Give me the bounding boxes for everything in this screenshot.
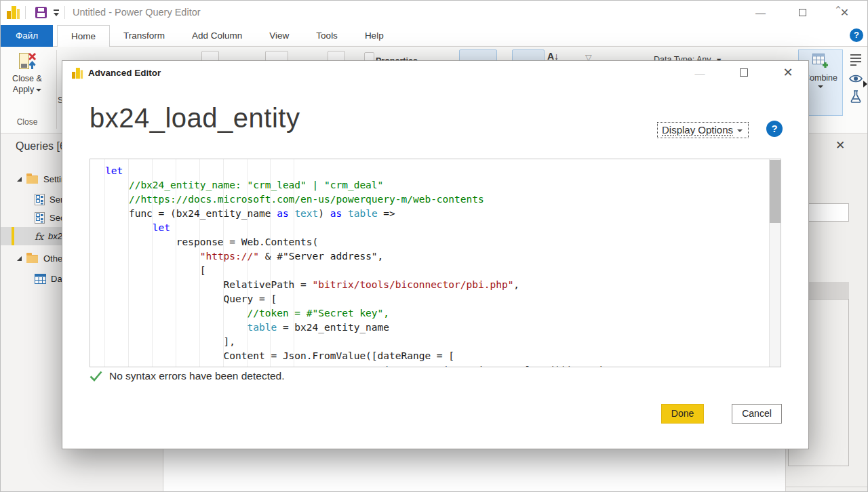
tab-view[interactable]: View (256, 25, 302, 47)
code-line: //https://docs.microsoft.com/en-us/power… (105, 192, 768, 207)
tree-expanded-icon (17, 256, 22, 261)
tab-transform[interactable]: Transform (110, 25, 178, 47)
chevron-down-icon (737, 129, 743, 132)
syntax-status: No syntax errors have been detected. (90, 370, 284, 382)
queries-pane-title: Queries [6] (16, 140, 68, 152)
ribbon-tabs: ФайлHomeTransformAdd ColumnViewToolsHelp (1, 25, 868, 47)
tab-home[interactable]: Home (57, 25, 110, 47)
dialog-minimize-button[interactable]: — (685, 62, 715, 83)
code-line: ], (105, 335, 768, 349)
code-line: let (105, 221, 768, 235)
code-line: "https://" & #"Server address", (105, 249, 768, 264)
tab-help[interactable]: Help (351, 25, 397, 47)
code-editor-scrollbar[interactable] (769, 159, 781, 367)
save-icon[interactable] (35, 7, 47, 18)
query-icon (35, 212, 45, 224)
maximize-button[interactable] (787, 1, 818, 24)
cancel-button[interactable]: Cancel (732, 404, 782, 424)
tab-add-column[interactable]: Add Column (178, 25, 256, 47)
syntax-status-text: No syntax errors have been detected. (109, 370, 284, 382)
close-apply-icon (18, 52, 37, 70)
code-editor-content[interactable]: let //bx24_entity_name: "crm_lead" | "cr… (90, 159, 768, 367)
divider (64, 6, 65, 19)
code-line: startDate = Date.ToText(Date.From(DateTi… (105, 363, 768, 367)
code-line: [ (105, 264, 768, 278)
divider (786, 487, 868, 487)
table-icon (35, 274, 46, 284)
code-line: Query = [ (105, 292, 768, 306)
code-line: //token = #"Secret key", (105, 306, 768, 321)
code-line: let (105, 164, 768, 178)
code-line: table = bx24_entity_name (105, 321, 768, 335)
advanced-editor-dialog: Advanced Editor — ✕ bx24_load_entity Dis… (62, 60, 809, 449)
tab-файл[interactable]: Файл (1, 25, 53, 47)
dialog-title-bar: Advanced Editor — ✕ (62, 61, 808, 85)
code-line: Content = Json.FromValue([dateRange = [ (105, 349, 768, 363)
query-settings-close-icon[interactable]: ✕ (833, 139, 847, 152)
scrollbar-thumb[interactable] (770, 160, 781, 223)
close-apply-label-2: Apply (13, 85, 34, 94)
code-line: RelativePath = "bitrix/tools/biconnector… (105, 278, 768, 292)
window-title: Untitled - Power Query Editor (73, 7, 201, 18)
divider (56, 50, 57, 129)
power-bi-logo-icon (7, 6, 20, 19)
dialog-help-icon[interactable]: ? (766, 121, 783, 137)
title-bar: Untitled - Power Query Editor — ✕ (1, 1, 868, 25)
dialog-maximize-button[interactable] (729, 62, 759, 83)
display-options-label: Display Options (662, 124, 733, 136)
collapse-ribbon-icon[interactable]: ⌃ (831, 4, 846, 19)
tab-tools[interactable]: Tools (302, 25, 351, 47)
close-and-apply-button[interactable]: Close & Apply (5, 49, 50, 116)
close-apply-label-1: Close & (5, 73, 50, 84)
done-button[interactable]: Done (661, 404, 704, 424)
minimize-button[interactable]: — (745, 1, 776, 24)
power-query-editor-window: Untitled - Power Query Editor — ✕ ФайлHo… (0, 0, 868, 492)
code-editor[interactable]: let //bx24_entity_name: "crm_lead" | "cr… (90, 159, 781, 367)
help-icon[interactable]: ? (850, 28, 863, 42)
folder-icon (26, 176, 38, 184)
dialog-close-button[interactable]: ✕ (773, 62, 803, 83)
flask-icon[interactable] (848, 89, 863, 104)
expand-pane-arrow-icon[interactable] (863, 81, 867, 87)
function-icon: fx (35, 231, 43, 242)
power-bi-logo-icon (72, 68, 83, 79)
tree-expanded-icon (17, 177, 22, 182)
folder-icon (26, 255, 38, 263)
formula-bar-icon[interactable] (848, 52, 863, 67)
code-line: func = (bx24_entity_name as text) as tab… (105, 207, 768, 221)
code-line: //bx24_entity_name: "crm_lead" | "crm_de… (105, 178, 768, 192)
code-line: response = Web.Contents( (105, 235, 768, 249)
quick-access-dropdown-icon[interactable] (53, 9, 60, 18)
query-name-heading: bx24_load_entity (90, 103, 300, 134)
eye-icon[interactable] (848, 71, 863, 86)
chevron-down-icon (36, 89, 41, 91)
combine-icon (812, 53, 829, 69)
display-options-dropdown[interactable]: Display Options (657, 122, 749, 138)
chevron-down-icon (818, 85, 823, 88)
checkmark-icon (90, 371, 102, 382)
divider (25, 6, 26, 19)
dialog-title: Advanced Editor (88, 68, 161, 78)
query-icon (35, 194, 45, 205)
close-group-label: Close (1, 117, 54, 127)
